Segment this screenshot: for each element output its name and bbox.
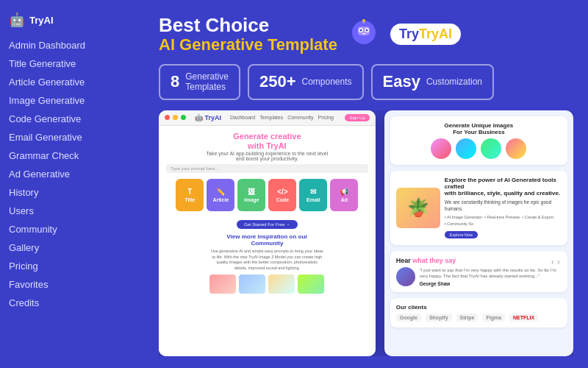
sc-inspiration: View more inspiration on ourCommunity Us… [166, 233, 368, 294]
sc-signup-button[interactable]: Sign Up [345, 114, 369, 121]
svg-rect-6 [362, 33, 365, 35]
sr-clients: Our clients Google Shopify Stripe Figma … [390, 298, 567, 328]
robot-icon [345, 15, 383, 53]
try-ai-badge: TryTryAI [390, 24, 461, 45]
sidebar-item-users[interactable]: Users [9, 202, 147, 219]
sc-card-article: ✏️Article [207, 179, 234, 211]
sc-inspiration-img-3 [268, 275, 295, 294]
sidebar-item-community[interactable]: Community [9, 221, 147, 238]
window-dot-red [165, 115, 170, 120]
window-dot-yellow [173, 115, 178, 120]
sc-inspiration-title: View more inspiration on ourCommunity [166, 233, 368, 247]
sr-arrows: ‹ › [550, 257, 562, 267]
sidebar-item-article-generative[interactable]: Article Generative [9, 74, 147, 91]
sr-clients-title: Our clients [396, 304, 562, 311]
sc-hero-sub: Take your AI app-building experience to … [166, 151, 368, 161]
sc-card-code: </>Code [268, 179, 296, 211]
sidebar-item-credits[interactable]: Credits [9, 294, 147, 311]
main-content: Best Choice AI Generative Template TryTr… [147, 0, 588, 368]
next-arrow[interactable]: › [557, 257, 560, 267]
sc-card-email: ✉Email [299, 179, 327, 211]
sr-logo-shopify: Shopify [426, 314, 452, 322]
screenshot-header-left: 🤖 TryAI Dashboard Templates Community Pr… [159, 110, 376, 126]
screenshot-logo: 🤖 TryAI [195, 114, 221, 121]
sidebar-item-grammar-check[interactable]: Grammar Check [9, 147, 147, 164]
sidebar-item-ad-generative[interactable]: Ad Generative [9, 166, 147, 183]
sc-hero: Generate creativewith TryAI Take your AI… [166, 132, 368, 173]
ai-template-text: AI Generative Template [159, 36, 337, 54]
sr-explore-button[interactable]: Explore Now [445, 231, 478, 238]
sr-quote-author: George Shaw [420, 281, 562, 286]
window-dot-green [181, 115, 186, 120]
sr-testimonial-header: Hear what they say ‹ › [396, 257, 562, 267]
sc-card-title: TTitle [176, 179, 204, 211]
sc-inspiration-img-4 [298, 275, 324, 294]
sr-mid-text: We are constantly thinking of images for… [445, 199, 562, 212]
stat-label-templates: GenerativeTemplates [185, 71, 229, 93]
sc-nav-dashboard: Dashboard [230, 115, 255, 120]
stat-label-components: Components [302, 77, 352, 87]
sidebar-item-code-generative[interactable]: Code Generative [9, 110, 147, 127]
stat-number-easy: Easy [383, 72, 420, 91]
sr-logo-figma: Figma [482, 314, 505, 322]
svg-rect-7 [361, 24, 367, 26]
sc-nav-pricing: Pricing [318, 115, 334, 120]
sr-mid-image: 🪴 [396, 188, 440, 228]
sr-avatar-1 [431, 138, 451, 159]
sidebar-item-image-generative[interactable]: Image Generative [9, 92, 147, 109]
sidebar-item-gallery[interactable]: Gallery [9, 239, 147, 256]
sr-feature-list: • AI Image Generator • Real-time Preview… [445, 215, 562, 226]
sc-cta-wrapper: Get Started For Free → [166, 216, 368, 229]
screenshot-body-left: Generate creativewith TryAI Take your AI… [159, 126, 376, 356]
sr-logo-google: Google [396, 314, 421, 322]
sidebar-item-history[interactable]: History [9, 184, 147, 201]
sidebar-item-favorites[interactable]: Favorites [9, 276, 147, 293]
sr-section1-title: Generate Unique ImagesFor Your Business [396, 122, 562, 135]
best-choice-text: Best Choice [159, 15, 337, 36]
try-ai-accent: TryAI [419, 26, 452, 41]
sr-avatar-4 [506, 138, 526, 159]
sc-hero-title: Generate creativewith TryAI [166, 132, 368, 151]
sr-quote-block: "I just want to say that I'm very happy … [396, 267, 562, 286]
sr-client-logos: Google Shopify Stripe Figma NETFLIX [396, 314, 562, 322]
screenshot-right: Generate Unique ImagesFor Your Business … [384, 110, 573, 356]
svg-point-9 [362, 19, 365, 22]
stat-label-customization: Customization [426, 77, 482, 87]
sidebar-item-pricing[interactable]: Pricing [9, 258, 147, 275]
sidebar: 🤖 TryAI Admin Dashboard Title Generative… [0, 0, 147, 368]
sc-inspiration-text: Use generative AI and simple easy prompt… [166, 249, 368, 272]
sr-section1: Generate Unique ImagesFor Your Business [390, 116, 567, 165]
sidebar-item-email-generative[interactable]: Email Generative [9, 129, 147, 146]
sc-inspiration-img-1 [209, 275, 236, 294]
stat-number-components: 250+ [259, 72, 296, 91]
sidebar-item-admin-dashboard[interactable]: Admin Dashboard [9, 37, 147, 54]
sc-card-image: 🖼Image [237, 179, 265, 211]
stat-customization: Easy Customization [371, 64, 494, 100]
screenshots-row: 🤖 TryAI Dashboard Templates Community Pr… [159, 110, 573, 356]
sc-nav-community: Community [287, 115, 313, 120]
sr-quote-avatar [396, 267, 415, 286]
stat-templates: 8 GenerativeTemplates [159, 64, 240, 100]
sc-nav-templates: Templates [259, 115, 283, 120]
prev-arrow[interactable]: ‹ [551, 257, 554, 267]
sr-avatar-3 [481, 138, 501, 159]
sc-card-ad: 📢Ad [330, 179, 358, 211]
sidebar-item-title-generative[interactable]: Title Generative [9, 55, 147, 72]
svg-point-5 [365, 29, 368, 32]
svg-point-4 [359, 29, 362, 32]
sc-hero-input[interactable]: Type your prompt here... [166, 164, 368, 173]
sr-avatar-2 [456, 138, 476, 159]
screenshot-left: 🤖 TryAI Dashboard Templates Community Pr… [159, 110, 376, 356]
stat-components: 250+ Components [248, 64, 364, 100]
sr-testimonial: Hear what they say ‹ › "I just want to s… [390, 251, 567, 292]
sr-hear-highlight: what they say [412, 257, 456, 264]
sr-quote-text: "I just want to say that I'm very happy … [420, 267, 562, 280]
stat-number-templates: 8 [171, 72, 179, 91]
sr-hear-text: Hear what they say [396, 257, 456, 264]
screenshot-nav: Dashboard Templates Community Pricing [230, 115, 334, 120]
sc-cta-button[interactable]: Get Started For Free → [237, 220, 298, 229]
sr-quote-text-block: "I just want to say that I'm very happy … [420, 267, 562, 286]
sc-inspiration-imgs [166, 275, 368, 294]
sr-section2: 🪴 Explore the power of AI Generated tool… [390, 171, 567, 245]
stats-row: 8 GenerativeTemplates 250+ Components Ea… [159, 64, 573, 100]
